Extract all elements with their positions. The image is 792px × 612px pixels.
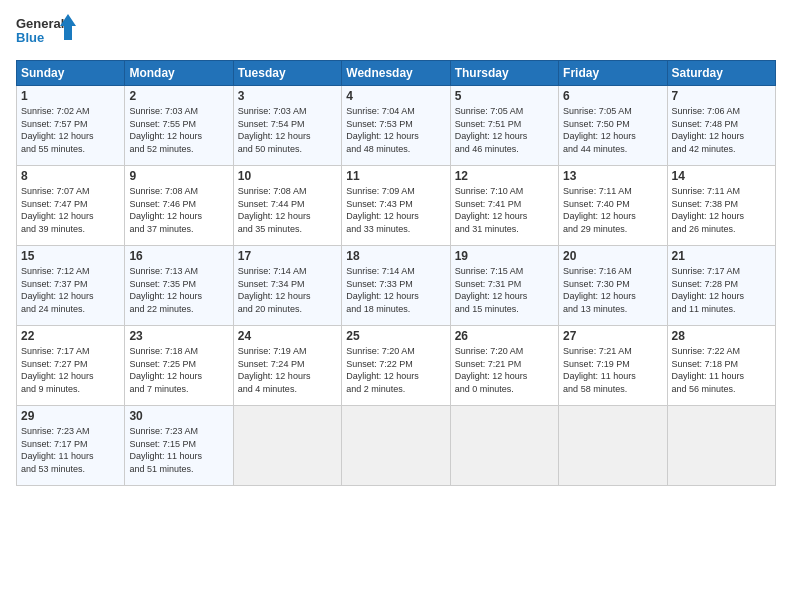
day-info: Sunrise: 7:13 AM Sunset: 7:35 PM Dayligh… [129,265,228,315]
day-cell: 22Sunrise: 7:17 AM Sunset: 7:27 PM Dayli… [17,326,125,406]
day-cell: 3Sunrise: 7:03 AM Sunset: 7:54 PM Daylig… [233,86,341,166]
day-cell: 16Sunrise: 7:13 AM Sunset: 7:35 PM Dayli… [125,246,233,326]
day-number: 10 [238,169,337,183]
day-number: 19 [455,249,554,263]
day-header-monday: Monday [125,61,233,86]
day-cell: 29Sunrise: 7:23 AM Sunset: 7:17 PM Dayli… [17,406,125,486]
day-number: 29 [21,409,120,423]
day-number: 5 [455,89,554,103]
day-info: Sunrise: 7:14 AM Sunset: 7:33 PM Dayligh… [346,265,445,315]
day-info: Sunrise: 7:03 AM Sunset: 7:55 PM Dayligh… [129,105,228,155]
day-info: Sunrise: 7:17 AM Sunset: 7:28 PM Dayligh… [672,265,771,315]
day-cell: 7Sunrise: 7:06 AM Sunset: 7:48 PM Daylig… [667,86,775,166]
logo-svg: General Blue [16,12,76,56]
day-header-tuesday: Tuesday [233,61,341,86]
day-cell: 26Sunrise: 7:20 AM Sunset: 7:21 PM Dayli… [450,326,558,406]
day-cell: 30Sunrise: 7:23 AM Sunset: 7:15 PM Dayli… [125,406,233,486]
day-info: Sunrise: 7:15 AM Sunset: 7:31 PM Dayligh… [455,265,554,315]
logo: General Blue [16,12,76,56]
day-number: 20 [563,249,662,263]
day-number: 28 [672,329,771,343]
day-cell: 8Sunrise: 7:07 AM Sunset: 7:47 PM Daylig… [17,166,125,246]
week-row-1: 1Sunrise: 7:02 AM Sunset: 7:57 PM Daylig… [17,86,776,166]
header: General Blue [16,12,776,56]
day-header-friday: Friday [559,61,667,86]
day-info: Sunrise: 7:12 AM Sunset: 7:37 PM Dayligh… [21,265,120,315]
day-info: Sunrise: 7:04 AM Sunset: 7:53 PM Dayligh… [346,105,445,155]
day-info: Sunrise: 7:06 AM Sunset: 7:48 PM Dayligh… [672,105,771,155]
day-number: 27 [563,329,662,343]
day-cell: 4Sunrise: 7:04 AM Sunset: 7:53 PM Daylig… [342,86,450,166]
day-header-saturday: Saturday [667,61,775,86]
day-header-sunday: Sunday [17,61,125,86]
day-number: 11 [346,169,445,183]
day-cell: 25Sunrise: 7:20 AM Sunset: 7:22 PM Dayli… [342,326,450,406]
day-cell: 13Sunrise: 7:11 AM Sunset: 7:40 PM Dayli… [559,166,667,246]
day-cell: 9Sunrise: 7:08 AM Sunset: 7:46 PM Daylig… [125,166,233,246]
day-cell [450,406,558,486]
svg-text:General: General [16,16,64,31]
day-cell: 10Sunrise: 7:08 AM Sunset: 7:44 PM Dayli… [233,166,341,246]
day-cell [559,406,667,486]
day-info: Sunrise: 7:23 AM Sunset: 7:17 PM Dayligh… [21,425,120,475]
day-number: 15 [21,249,120,263]
day-info: Sunrise: 7:14 AM Sunset: 7:34 PM Dayligh… [238,265,337,315]
day-info: Sunrise: 7:08 AM Sunset: 7:44 PM Dayligh… [238,185,337,235]
day-info: Sunrise: 7:21 AM Sunset: 7:19 PM Dayligh… [563,345,662,395]
day-cell: 28Sunrise: 7:22 AM Sunset: 7:18 PM Dayli… [667,326,775,406]
svg-text:Blue: Blue [16,30,44,45]
day-number: 17 [238,249,337,263]
day-number: 9 [129,169,228,183]
day-number: 4 [346,89,445,103]
day-cell: 21Sunrise: 7:17 AM Sunset: 7:28 PM Dayli… [667,246,775,326]
day-info: Sunrise: 7:05 AM Sunset: 7:50 PM Dayligh… [563,105,662,155]
calendar-table: SundayMondayTuesdayWednesdayThursdayFrid… [16,60,776,486]
day-info: Sunrise: 7:20 AM Sunset: 7:22 PM Dayligh… [346,345,445,395]
day-cell: 18Sunrise: 7:14 AM Sunset: 7:33 PM Dayli… [342,246,450,326]
day-number: 18 [346,249,445,263]
day-number: 25 [346,329,445,343]
day-info: Sunrise: 7:03 AM Sunset: 7:54 PM Dayligh… [238,105,337,155]
day-number: 14 [672,169,771,183]
day-cell [233,406,341,486]
day-cell [342,406,450,486]
calendar-page: General Blue SundayMondayTuesdayWednesda… [0,0,792,612]
day-number: 16 [129,249,228,263]
day-cell: 20Sunrise: 7:16 AM Sunset: 7:30 PM Dayli… [559,246,667,326]
day-cell: 2Sunrise: 7:03 AM Sunset: 7:55 PM Daylig… [125,86,233,166]
day-info: Sunrise: 7:09 AM Sunset: 7:43 PM Dayligh… [346,185,445,235]
day-info: Sunrise: 7:11 AM Sunset: 7:38 PM Dayligh… [672,185,771,235]
day-number: 8 [21,169,120,183]
day-cell: 23Sunrise: 7:18 AM Sunset: 7:25 PM Dayli… [125,326,233,406]
day-info: Sunrise: 7:02 AM Sunset: 7:57 PM Dayligh… [21,105,120,155]
week-row-4: 22Sunrise: 7:17 AM Sunset: 7:27 PM Dayli… [17,326,776,406]
day-cell: 14Sunrise: 7:11 AM Sunset: 7:38 PM Dayli… [667,166,775,246]
day-info: Sunrise: 7:08 AM Sunset: 7:46 PM Dayligh… [129,185,228,235]
header-row: SundayMondayTuesdayWednesdayThursdayFrid… [17,61,776,86]
day-number: 7 [672,89,771,103]
day-cell: 11Sunrise: 7:09 AM Sunset: 7:43 PM Dayli… [342,166,450,246]
day-number: 30 [129,409,228,423]
day-info: Sunrise: 7:20 AM Sunset: 7:21 PM Dayligh… [455,345,554,395]
day-info: Sunrise: 7:05 AM Sunset: 7:51 PM Dayligh… [455,105,554,155]
day-number: 3 [238,89,337,103]
week-row-2: 8Sunrise: 7:07 AM Sunset: 7:47 PM Daylig… [17,166,776,246]
day-number: 22 [21,329,120,343]
day-cell [667,406,775,486]
day-number: 23 [129,329,228,343]
day-cell: 27Sunrise: 7:21 AM Sunset: 7:19 PM Dayli… [559,326,667,406]
day-number: 24 [238,329,337,343]
day-info: Sunrise: 7:19 AM Sunset: 7:24 PM Dayligh… [238,345,337,395]
week-row-5: 29Sunrise: 7:23 AM Sunset: 7:17 PM Dayli… [17,406,776,486]
day-info: Sunrise: 7:11 AM Sunset: 7:40 PM Dayligh… [563,185,662,235]
day-info: Sunrise: 7:10 AM Sunset: 7:41 PM Dayligh… [455,185,554,235]
day-header-wednesday: Wednesday [342,61,450,86]
day-info: Sunrise: 7:18 AM Sunset: 7:25 PM Dayligh… [129,345,228,395]
day-cell: 19Sunrise: 7:15 AM Sunset: 7:31 PM Dayli… [450,246,558,326]
week-row-3: 15Sunrise: 7:12 AM Sunset: 7:37 PM Dayli… [17,246,776,326]
day-info: Sunrise: 7:23 AM Sunset: 7:15 PM Dayligh… [129,425,228,475]
day-cell: 5Sunrise: 7:05 AM Sunset: 7:51 PM Daylig… [450,86,558,166]
day-cell: 12Sunrise: 7:10 AM Sunset: 7:41 PM Dayli… [450,166,558,246]
day-number: 26 [455,329,554,343]
day-number: 1 [21,89,120,103]
